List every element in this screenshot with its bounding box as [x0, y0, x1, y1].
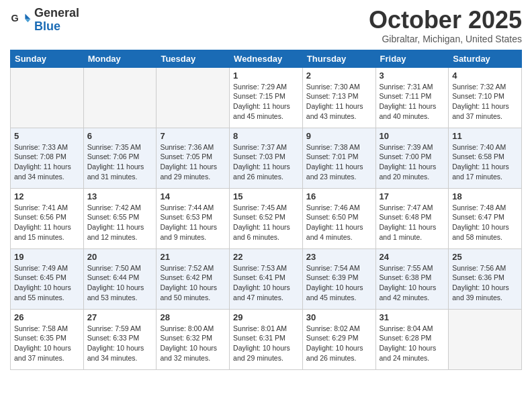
month-title: October 2025 [369, 7, 522, 34]
calendar-day: 29Sunrise: 8:01 AM Sunset: 6:31 PM Dayli… [230, 309, 303, 369]
weekday-header-monday: Monday [83, 50, 157, 67]
logo-general-text: General [34, 7, 79, 20]
day-info: Sunrise: 7:59 AM Sunset: 6:33 PM Dayligh… [87, 324, 153, 363]
day-number: 23 [306, 252, 372, 262]
day-info: Sunrise: 7:42 AM Sunset: 6:55 PM Dayligh… [87, 203, 153, 242]
day-info: Sunrise: 7:37 AM Sunset: 7:03 PM Dayligh… [233, 142, 299, 182]
calendar-day: 22Sunrise: 7:53 AM Sunset: 6:41 PM Dayli… [230, 248, 303, 309]
calendar-day: 2Sunrise: 7:30 AM Sunset: 7:13 PM Daylig… [302, 67, 375, 128]
day-number: 21 [160, 252, 226, 262]
calendar-day: 14Sunrise: 7:44 AM Sunset: 6:53 PM Dayli… [157, 188, 230, 248]
weekday-header-row: SundayMondayTuesdayWednesdayThursdayFrid… [11, 50, 522, 67]
subtitle: Gibraltar, Michigan, United States [369, 34, 522, 44]
day-number: 31 [380, 312, 445, 322]
calendar-day: 25Sunrise: 7:56 AM Sunset: 6:36 PM Dayli… [449, 248, 522, 309]
day-number: 26 [14, 312, 80, 322]
calendar-week-row: 5Sunrise: 7:33 AM Sunset: 7:08 PM Daylig… [11, 128, 522, 188]
calendar-day: 19Sunrise: 7:49 AM Sunset: 6:45 PM Dayli… [11, 248, 84, 309]
day-info: Sunrise: 7:54 AM Sunset: 6:39 PM Dayligh… [306, 263, 372, 303]
day-number: 29 [233, 312, 299, 322]
day-number: 30 [306, 312, 372, 322]
day-info: Sunrise: 8:02 AM Sunset: 6:29 PM Dayligh… [306, 324, 372, 363]
day-number: 1 [233, 71, 299, 81]
logo: G General Blue [10, 7, 79, 34]
day-info: Sunrise: 7:52 AM Sunset: 6:42 PM Dayligh… [160, 263, 226, 303]
calendar-day: 18Sunrise: 7:48 AM Sunset: 6:47 PM Dayli… [449, 188, 522, 248]
day-info: Sunrise: 7:40 AM Sunset: 6:58 PM Dayligh… [452, 142, 518, 182]
calendar-day: 4Sunrise: 7:32 AM Sunset: 7:10 PM Daylig… [449, 67, 522, 128]
calendar-day: 17Sunrise: 7:47 AM Sunset: 6:48 PM Dayli… [375, 188, 449, 248]
day-number: 4 [452, 71, 518, 81]
calendar-day: 16Sunrise: 7:46 AM Sunset: 6:50 PM Dayli… [302, 188, 375, 248]
day-info: Sunrise: 8:00 AM Sunset: 6:32 PM Dayligh… [160, 324, 226, 363]
calendar-week-row: 12Sunrise: 7:41 AM Sunset: 6:56 PM Dayli… [11, 188, 522, 248]
logo-icon: G [10, 9, 32, 31]
day-number: 11 [452, 131, 518, 141]
calendar-day: 13Sunrise: 7:42 AM Sunset: 6:55 PM Dayli… [83, 188, 157, 248]
calendar-day [11, 67, 84, 128]
title-block: October 2025 Gibraltar, Michigan, United… [369, 7, 522, 44]
day-info: Sunrise: 7:44 AM Sunset: 6:53 PM Dayligh… [160, 203, 226, 242]
day-number: 17 [380, 191, 445, 201]
day-number: 12 [14, 191, 80, 201]
calendar-day [83, 67, 157, 128]
weekday-header-wednesday: Wednesday [230, 50, 303, 67]
weekday-header-thursday: Thursday [302, 50, 375, 67]
day-number: 5 [14, 131, 80, 141]
day-info: Sunrise: 7:56 AM Sunset: 6:36 PM Dayligh… [452, 263, 518, 303]
day-number: 15 [233, 191, 299, 201]
calendar-day: 31Sunrise: 8:04 AM Sunset: 6:28 PM Dayli… [375, 309, 449, 369]
calendar-day: 21Sunrise: 7:52 AM Sunset: 6:42 PM Dayli… [157, 248, 230, 309]
weekday-header-saturday: Saturday [449, 50, 522, 67]
day-info: Sunrise: 7:30 AM Sunset: 7:13 PM Dayligh… [306, 82, 372, 122]
calendar-day: 7Sunrise: 7:36 AM Sunset: 7:05 PM Daylig… [157, 128, 230, 188]
day-info: Sunrise: 7:49 AM Sunset: 6:45 PM Dayligh… [14, 263, 80, 303]
day-number: 7 [160, 131, 226, 141]
day-info: Sunrise: 7:47 AM Sunset: 6:48 PM Dayligh… [380, 203, 445, 242]
day-number: 16 [306, 191, 372, 201]
calendar-day: 1Sunrise: 7:29 AM Sunset: 7:15 PM Daylig… [230, 67, 303, 128]
calendar-day: 27Sunrise: 7:59 AM Sunset: 6:33 PM Dayli… [83, 309, 157, 369]
calendar-day: 12Sunrise: 7:41 AM Sunset: 6:56 PM Dayli… [11, 188, 84, 248]
day-number: 24 [380, 252, 445, 262]
day-info: Sunrise: 7:32 AM Sunset: 7:10 PM Dayligh… [452, 82, 518, 122]
svg-marker-2 [25, 19, 30, 22]
day-number: 9 [306, 131, 372, 141]
calendar-day: 10Sunrise: 7:39 AM Sunset: 7:00 PM Dayli… [375, 128, 449, 188]
calendar-day: 20Sunrise: 7:50 AM Sunset: 6:44 PM Dayli… [83, 248, 157, 309]
calendar-day: 15Sunrise: 7:45 AM Sunset: 6:52 PM Dayli… [230, 188, 303, 248]
calendar-day: 6Sunrise: 7:35 AM Sunset: 7:06 PM Daylig… [83, 128, 157, 188]
day-info: Sunrise: 7:31 AM Sunset: 7:11 PM Dayligh… [380, 82, 445, 122]
calendar-container: G General Blue October 2025 Gibraltar, M… [0, 0, 532, 373]
day-number: 27 [87, 312, 153, 322]
day-number: 22 [233, 252, 299, 262]
calendar-week-row: 1Sunrise: 7:29 AM Sunset: 7:15 PM Daylig… [11, 67, 522, 128]
logo-text: General Blue [34, 7, 79, 34]
day-number: 6 [87, 131, 153, 141]
day-info: Sunrise: 7:50 AM Sunset: 6:44 PM Dayligh… [87, 263, 153, 303]
day-info: Sunrise: 7:46 AM Sunset: 6:50 PM Dayligh… [306, 203, 372, 242]
day-number: 25 [452, 252, 518, 262]
calendar-day: 9Sunrise: 7:38 AM Sunset: 7:01 PM Daylig… [302, 128, 375, 188]
calendar-day: 24Sunrise: 7:55 AM Sunset: 6:38 PM Dayli… [375, 248, 449, 309]
calendar-day: 30Sunrise: 8:02 AM Sunset: 6:29 PM Dayli… [302, 309, 375, 369]
calendar-week-row: 26Sunrise: 7:58 AM Sunset: 6:35 PM Dayli… [11, 309, 522, 369]
day-info: Sunrise: 7:55 AM Sunset: 6:38 PM Dayligh… [380, 263, 445, 303]
calendar-day [449, 309, 522, 369]
day-info: Sunrise: 8:01 AM Sunset: 6:31 PM Dayligh… [233, 324, 299, 363]
day-info: Sunrise: 7:58 AM Sunset: 6:35 PM Dayligh… [14, 324, 80, 363]
day-number: 20 [87, 252, 153, 262]
day-info: Sunrise: 7:41 AM Sunset: 6:56 PM Dayligh… [14, 203, 80, 242]
day-number: 2 [306, 71, 372, 81]
calendar-day: 11Sunrise: 7:40 AM Sunset: 6:58 PM Dayli… [449, 128, 522, 188]
day-info: Sunrise: 7:39 AM Sunset: 7:00 PM Dayligh… [380, 142, 445, 182]
calendar-day: 5Sunrise: 7:33 AM Sunset: 7:08 PM Daylig… [11, 128, 84, 188]
weekday-header-friday: Friday [375, 50, 449, 67]
day-number: 18 [452, 191, 518, 201]
day-number: 8 [233, 131, 299, 141]
calendar-day: 8Sunrise: 7:37 AM Sunset: 7:03 PM Daylig… [230, 128, 303, 188]
day-number: 13 [87, 191, 153, 201]
day-number: 14 [160, 191, 226, 201]
day-number: 28 [160, 312, 226, 322]
day-info: Sunrise: 7:36 AM Sunset: 7:05 PM Dayligh… [160, 142, 226, 182]
